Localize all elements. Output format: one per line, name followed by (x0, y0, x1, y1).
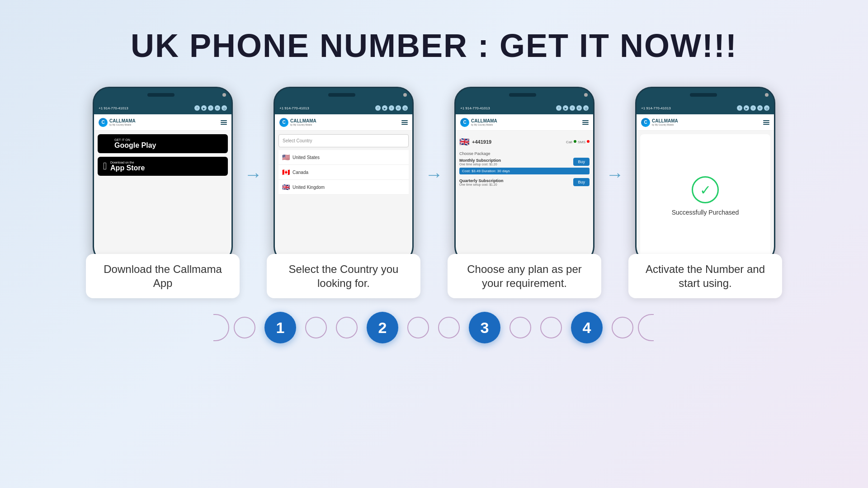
logo-circle-4: C (641, 118, 650, 127)
phone-nav-1: C CALLMAMA by My Country Mobile (94, 114, 231, 131)
fb-icon: f (194, 105, 200, 111)
step-number-4: 4 (583, 319, 591, 337)
country-item-ca[interactable]: 🇨🇦 Canada (278, 165, 409, 180)
hamburger-3[interactable] (582, 120, 589, 125)
phone-4: +1 914-770-41013 f ▶ t in ◎ C CALLMAMA b (635, 87, 775, 263)
arrow-2: → (425, 164, 443, 185)
social-icons-2: f ▶ t in ◎ (375, 105, 408, 111)
hamburger-line (401, 122, 408, 123)
phone-number-4: +1 914-770-41013 (641, 106, 671, 110)
yt-icon-4: ▶ (744, 105, 749, 111)
social-icons-4: f ▶ t in ◎ (737, 105, 769, 111)
fb-icon-2: f (375, 105, 381, 111)
hamburger-line (221, 120, 227, 121)
success-text: Successfully Purchased (672, 209, 739, 216)
phone-nav-3: C CALLMAMA by My Country Mobile (456, 114, 593, 131)
fb-icon-4: f (737, 105, 742, 111)
us-label: United States (292, 155, 320, 160)
logo-subtext-3: by My Country Mobile (471, 123, 497, 126)
logo-circle-2: C (279, 118, 288, 127)
hamburger-line (763, 122, 769, 123)
quarterly-label: Quarterly Subscription (459, 178, 504, 183)
callmama-logo-4: C CALLMAMA by My Country Mobile (641, 118, 678, 127)
partial-right-edge (213, 314, 229, 341)
camera-dot-4 (765, 93, 769, 97)
caption-1: Download the Callmama App (86, 254, 240, 298)
phone-content-1: ▶ GET IT ON Google Play  Download on th… (94, 131, 231, 262)
select-country-input[interactable]: Select Country (278, 134, 409, 147)
call-sms-indicators: Call SMS (566, 140, 590, 144)
dot-empty-8 (612, 317, 633, 338)
country-item-uk[interactable]: 🇬🇧 United Kingdom (278, 180, 409, 195)
dot-empty-6 (509, 317, 531, 338)
sms-dot (587, 140, 590, 143)
country-item-us[interactable]: 🇺🇸 United States (278, 150, 409, 165)
call-indicator: Call (566, 140, 572, 144)
hamburger-line (582, 120, 589, 121)
arrow-1: → (244, 164, 262, 185)
hamburger-line (401, 124, 408, 125)
success-icon: ✓ (692, 176, 719, 203)
logo-subtext-1: by My Country Mobile (109, 123, 136, 126)
ig-icon-2: ◎ (402, 105, 408, 111)
google-play-button[interactable]: ▶ GET IT ON Google Play (98, 134, 228, 153)
step-indicator-2[interactable]: 2 (367, 312, 398, 343)
li-icon-4: in (757, 105, 763, 111)
step-number-3: 3 (481, 319, 489, 337)
dot-empty-2 (305, 317, 327, 338)
monthly-row: Monthly Subscription One time setup cost… (459, 158, 590, 166)
hamburger-1[interactable] (221, 120, 227, 125)
ig-icon: ◎ (222, 105, 227, 111)
step-indicator-3[interactable]: 3 (469, 312, 500, 343)
quarterly-buy-button[interactable]: Buy (573, 178, 590, 186)
phone-notch-4 (690, 93, 717, 97)
monthly-sub: One time setup cost: $1.20 (459, 163, 501, 166)
tw-icon-3: t (570, 105, 575, 111)
uk-flag: 🇬🇧 (282, 183, 290, 191)
phone-number-1: +1 914-770-41013 (99, 106, 128, 110)
caption-3: Choose any plan as per your requirement. (448, 254, 601, 298)
steps-container: +1 914-770-41013 f ▶ t in ◎ C CALLMAMA (0, 87, 868, 298)
logo-text-3: CALLMAMA (471, 118, 497, 123)
app-store-button[interactable]:  Download on the App Store (98, 157, 228, 176)
phone-top-bar-2 (275, 88, 412, 102)
li-icon: in (215, 105, 220, 111)
hamburger-line (582, 122, 589, 123)
phone-notch-1 (147, 93, 175, 97)
hamburger-4[interactable] (763, 120, 769, 125)
phone-top-bar-3 (456, 88, 593, 102)
hamburger-2[interactable] (401, 120, 408, 125)
phone-1: +1 914-770-41013 f ▶ t in ◎ C CALLMAMA (93, 87, 233, 263)
hamburger-line (221, 124, 227, 125)
quarterly-sub: One time setup cost: $1.20 (459, 183, 504, 186)
step-indicator-1[interactable]: 1 (264, 312, 296, 343)
quarterly-row: Quarterly Subscription One time setup co… (459, 178, 590, 186)
as-label-small: Download on the (110, 161, 145, 164)
logo-text-4: CALLMAMA (652, 118, 678, 123)
page-title: UK PHONE NUMBER : GET IT NOW!!! (131, 27, 737, 64)
sms-indicator: SMS (578, 140, 585, 144)
phone-notch-2 (328, 93, 355, 97)
monthly-buy-button[interactable]: Buy (573, 158, 590, 166)
as-label-large: App Store (110, 164, 145, 172)
uk-label: United Kingdom (292, 185, 325, 190)
dot-empty-5 (438, 317, 460, 338)
step-number-1: 1 (276, 319, 285, 337)
tw-icon: t (208, 105, 213, 111)
phone-number-3: +1 914-770-41013 (460, 106, 490, 110)
phone-content-4: ✓ Successfully Purchased (637, 131, 774, 262)
yt-icon-2: ▶ (382, 105, 387, 111)
callmama-logo-1: C CALLMAMA by My Country Mobile (99, 118, 136, 127)
step-indicator-4[interactable]: 4 (571, 312, 603, 343)
hamburger-line (582, 124, 589, 125)
phone-nav-4: C CALLMAMA by My Country Mobile (637, 114, 774, 131)
hamburger-line (763, 124, 769, 125)
dot-empty-3 (336, 317, 358, 338)
partial-left-edge (638, 314, 654, 341)
phone-header-2: +1 914-770-41013 f ▶ t in ◎ (275, 102, 412, 114)
logo-text-2: CALLMAMA (290, 118, 316, 123)
phone-2: +1 914-770-41013 f ▶ t in ◎ C CALLMAMA b (274, 87, 414, 263)
social-icons-1: f ▶ t in ◎ (194, 105, 227, 111)
dot-empty-1 (234, 317, 255, 338)
uk-flag-header: 🇬🇧 (459, 137, 469, 147)
